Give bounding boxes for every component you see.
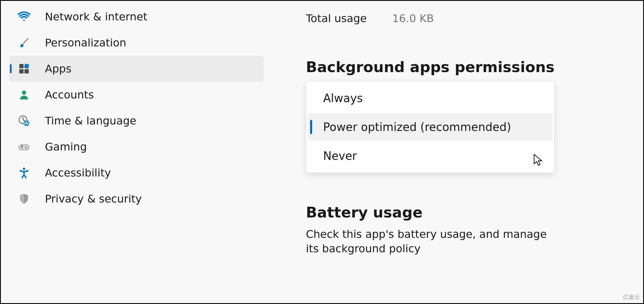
sidebar-item-label: Privacy & security bbox=[45, 193, 142, 205]
sidebar-item-time-language[interactable]: Time & language bbox=[9, 108, 264, 134]
dropdown-option-always[interactable]: Always bbox=[308, 84, 552, 112]
sidebar-item-personalization[interactable]: Personalization bbox=[9, 30, 264, 56]
watermark-text: 亿速云 bbox=[623, 293, 640, 301]
sidebar-item-privacy-security[interactable]: Privacy & security bbox=[9, 186, 264, 212]
svg-point-9 bbox=[25, 146, 27, 148]
gamepad-icon bbox=[18, 141, 30, 153]
sidebar-item-gaming[interactable]: Gaming bbox=[9, 134, 264, 160]
apps-icon bbox=[18, 62, 30, 75]
svg-rect-11 bbox=[21, 145, 22, 147]
sidebar-item-label: Accounts bbox=[45, 89, 94, 101]
dropdown-option-label: Always bbox=[323, 92, 363, 105]
sidebar-item-label: Apps bbox=[45, 62, 71, 75]
sidebar-item-label: Time & language bbox=[45, 115, 136, 127]
sidebar-item-apps[interactable]: Apps bbox=[9, 56, 264, 82]
sidebar-item-accounts[interactable]: Accounts bbox=[9, 82, 264, 108]
svg-point-12 bbox=[23, 168, 25, 170]
background-permissions-title: Background apps permissions bbox=[306, 59, 643, 76]
sidebar-item-label: Network & internet bbox=[45, 10, 147, 23]
sidebar-item-label: Personalization bbox=[45, 36, 126, 49]
sidebar-item-label: Gaming bbox=[45, 141, 87, 153]
dropdown-option-never[interactable]: Never bbox=[308, 142, 552, 170]
settings-sidebar: Network & internet Personalization A bbox=[1, 1, 272, 303]
accessibility-icon bbox=[18, 167, 30, 179]
battery-usage-title: Battery usage bbox=[306, 204, 643, 221]
sidebar-item-network[interactable]: Network & internet bbox=[9, 4, 264, 30]
svg-rect-0 bbox=[19, 64, 23, 68]
total-usage-value: 16.0 KB bbox=[392, 12, 434, 25]
background-permissions-dropdown[interactable]: Always Power optimized (recommended) Nev… bbox=[306, 81, 554, 173]
sidebar-item-label: Accessibility bbox=[45, 167, 111, 179]
settings-main-content: Total usage 16.0 KB Background apps perm… bbox=[272, 1, 643, 303]
sidebar-item-accessibility[interactable]: Accessibility bbox=[9, 160, 264, 186]
dropdown-option-label: Never bbox=[323, 149, 357, 162]
person-icon bbox=[18, 89, 30, 101]
shield-icon bbox=[18, 193, 30, 205]
battery-usage-description: Check this app's battery usage, and mana… bbox=[306, 227, 554, 256]
total-usage-label: Total usage bbox=[306, 12, 367, 25]
svg-rect-1 bbox=[24, 64, 29, 69]
svg-rect-3 bbox=[25, 69, 29, 74]
svg-rect-2 bbox=[19, 69, 23, 74]
svg-rect-7 bbox=[19, 145, 29, 150]
total-usage-row: Total usage 16.0 KB bbox=[306, 1, 643, 25]
dropdown-option-power-optimized[interactable]: Power optimized (recommended) bbox=[308, 113, 552, 141]
svg-point-4 bbox=[22, 90, 26, 95]
clock-globe-icon bbox=[18, 115, 30, 127]
paintbrush-icon bbox=[18, 36, 30, 49]
wifi-icon bbox=[18, 10, 30, 23]
dropdown-option-label: Power optimized (recommended) bbox=[323, 120, 511, 133]
